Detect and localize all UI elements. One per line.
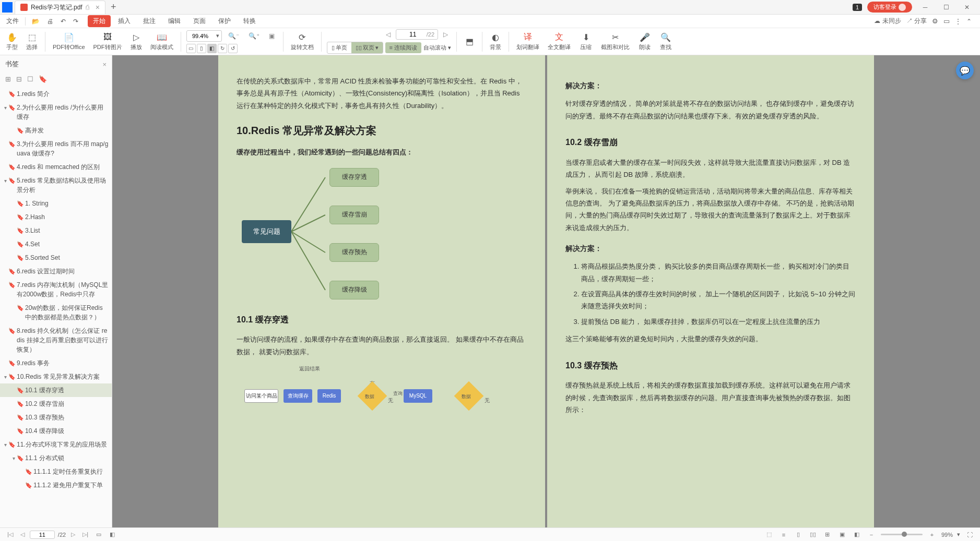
select-tool[interactable]: ⬚选择	[24, 31, 40, 52]
bookmark-item[interactable]: 🔖10.2 缓存雪崩	[0, 397, 112, 411]
single-page-mode[interactable]: ▯ 单页	[327, 42, 351, 53]
zoom-out-icon[interactable]: 🔍⁻	[225, 32, 242, 40]
bookmark-item[interactable]: ▾🔖10.Redis 常见异常及解决方案	[0, 370, 112, 383]
compare-button[interactable]: ✂截图和对比	[599, 31, 632, 52]
view-mode-1[interactable]: ▭	[186, 44, 196, 53]
bookmark-item[interactable]: ▾🔖11.1 分布式锁	[0, 451, 112, 465]
minimize-button[interactable]: ─	[917, 4, 933, 11]
zoom-dropdown-sb[interactable]: ▾	[957, 531, 960, 538]
bookmark-item[interactable]: 🔖11.1.2 避免用户重复下单	[0, 478, 112, 492]
next-page-icon[interactable]: ▷	[440, 31, 451, 38]
view-1-icon[interactable]: ⬚	[764, 531, 774, 538]
tab-page[interactable]: 页面	[188, 15, 211, 27]
screen-icon[interactable]: ▭	[943, 17, 950, 25]
tab-protect[interactable]: 保护	[213, 15, 236, 27]
zoom-out-sb[interactable]: −	[866, 532, 877, 538]
bookmark-item[interactable]: ▾🔖11.分布式环境下常见的应用场景	[0, 438, 112, 451]
last-page-icon[interactable]: ▷|	[80, 531, 90, 538]
fullscreen-icon[interactable]: ⛶	[964, 532, 975, 538]
play-button[interactable]: ▷播放	[128, 31, 144, 52]
bookmark-item[interactable]: 🔖1. String	[0, 197, 112, 210]
auto-scroll[interactable]: 自动滚动 ▾	[423, 44, 451, 52]
view-6-icon[interactable]: ▣	[837, 531, 847, 538]
pdf-to-office[interactable]: 📄PDF转Office	[51, 31, 87, 52]
sb-tool-2[interactable]: ⊟	[16, 75, 22, 83]
fulltext-translate[interactable]: 文全文翻译	[546, 31, 573, 52]
bookmark-item[interactable]: 🔖5.Sorted Set	[0, 251, 112, 265]
compress-button[interactable]: ⬇压缩	[578, 31, 594, 52]
next-page-icon-sb[interactable]: ▷	[69, 531, 77, 538]
status-icon-2[interactable]: ◧	[107, 531, 117, 538]
zoom-input[interactable]	[187, 33, 214, 39]
file-menu[interactable]: 文件	[3, 15, 22, 27]
document-tab[interactable]: Redis学习笔记.pdf ⎙ ×	[15, 1, 105, 14]
read-aloud[interactable]: 🎤朗读	[637, 31, 653, 52]
bookmark-item[interactable]: 🔖4.Set	[0, 237, 112, 251]
view-mode-4[interactable]: ↻	[218, 44, 227, 53]
more-icon[interactable]: ⋮	[955, 18, 961, 25]
bookmark-item[interactable]: 🔖8.redis 持久化机制（怎么保证 redis 挂掉之后再重启数据可以进行恢…	[0, 324, 112, 356]
tab-close-icon[interactable]: ×	[96, 3, 100, 11]
save-icon[interactable]: 🖨	[44, 16, 56, 27]
prev-page-icon[interactable]: ◁	[383, 31, 394, 38]
crop-tool[interactable]: ⬒	[462, 35, 477, 48]
fit-page-icon[interactable]: ▣	[266, 32, 278, 40]
redo-icon[interactable]: ↷	[70, 16, 81, 27]
bookmark-item[interactable]: 🔖6.redis 设置过期时间	[0, 265, 112, 278]
view-mode-3[interactable]: ◧	[207, 44, 217, 53]
tab-pin-icon[interactable]: ⎙	[86, 4, 89, 11]
sidebar-close-icon[interactable]: ×	[102, 61, 107, 68]
guest-login-button[interactable]: 访客登录	[867, 2, 912, 13]
tab-start[interactable]: 开始	[88, 15, 111, 27]
notification-badge[interactable]: 1	[853, 4, 862, 11]
close-button[interactable]: ✕	[959, 4, 975, 11]
zoom-combo[interactable]: ▾	[186, 30, 222, 42]
undo-icon[interactable]: ↶	[57, 16, 69, 27]
first-page-icon[interactable]: |◁	[5, 531, 15, 538]
bookmark-item[interactable]: 🔖9.redis 事务	[0, 356, 112, 370]
sb-tool-4[interactable]: 🔖	[39, 75, 47, 83]
word-translate[interactable]: 译划词翻译	[514, 31, 541, 52]
status-page-input[interactable]	[30, 531, 55, 539]
double-page-mode[interactable]: ▯▯ 双页 ▾	[351, 42, 383, 53]
share-button[interactable]: ↗ 分享	[906, 17, 927, 26]
bookmark-item[interactable]: 🔖4.redis 和 memcached 的区别	[0, 160, 112, 174]
document-viewport[interactable]: 💬 在传统的关系式数据库中，常常用 ACID 性质来检验事务功能的可靠性和安全性…	[112, 55, 980, 527]
sb-tool-3[interactable]: ☐	[27, 75, 33, 83]
bookmark-item[interactable]: 🔖7.redis 内存淘汰机制（MySQL里有2000w数据，Redis中只存	[0, 278, 112, 301]
bookmark-item[interactable]: 🔖3.List	[0, 224, 112, 237]
page-input[interactable]	[399, 31, 427, 38]
sync-status[interactable]: ☁ 未同步	[874, 17, 901, 26]
background-menu[interactable]: ◐背景	[488, 31, 503, 52]
bookmark-item[interactable]: ▾🔖2.为什么要用 redis /为什么要用缓存	[0, 101, 112, 124]
tab-edit[interactable]: 编辑	[163, 15, 186, 27]
zoom-slider[interactable]	[881, 534, 923, 535]
bookmark-item[interactable]: 🔖3.为什么要用 redis 而不用 map/guava 做缓存?	[0, 137, 112, 160]
zoom-in-icon[interactable]: 🔍⁺	[245, 32, 263, 40]
tab-insert[interactable]: 插入	[113, 15, 136, 27]
view-4-icon[interactable]: ▯▯	[808, 531, 818, 538]
settings-icon[interactable]: ⚙	[932, 17, 938, 25]
prev-page-icon-sb[interactable]: ◁	[18, 531, 27, 538]
zoom-dropdown-icon[interactable]: ▾	[214, 32, 221, 39]
find-button[interactable]: 🔍查找	[658, 31, 674, 52]
view-2-icon[interactable]: ≡	[778, 532, 789, 538]
view-7-icon[interactable]: ◧	[852, 531, 862, 538]
bookmark-item[interactable]: 🔖1.redis 简介	[0, 87, 112, 101]
bookmark-item[interactable]: 🔖11.1.1 定时任务重复执行	[0, 465, 112, 478]
floating-help-icon[interactable]: 💬	[956, 62, 974, 79]
bookmark-item[interactable]: 🔖高并发	[0, 124, 112, 137]
sb-tool-1[interactable]: ⊞	[5, 75, 11, 83]
bookmark-item[interactable]: 🔖20w的数据，如何保证Redis中的数据都是热点数据？）	[0, 301, 112, 324]
zoom-in-sb[interactable]: +	[927, 532, 937, 538]
bookmark-item[interactable]: ▾🔖5.redis 常见数据结构以及使用场景分析	[0, 174, 112, 197]
page-number-box[interactable]: /22	[396, 29, 438, 40]
view-mode-2[interactable]: ▯	[197, 44, 206, 53]
status-icon-1[interactable]: ▭	[93, 531, 104, 538]
tab-annotate[interactable]: 批注	[138, 15, 161, 27]
read-mode-button[interactable]: 📖阅读模式	[148, 31, 175, 52]
pdf-to-image[interactable]: 🖼PDF转图片	[91, 31, 124, 52]
collapse-ribbon-icon[interactable]: ⌃	[966, 18, 972, 25]
bookmark-item[interactable]: 🔖10.1 缓存穿透	[0, 383, 112, 397]
bookmark-item[interactable]: 🔖2.Hash	[0, 210, 112, 224]
